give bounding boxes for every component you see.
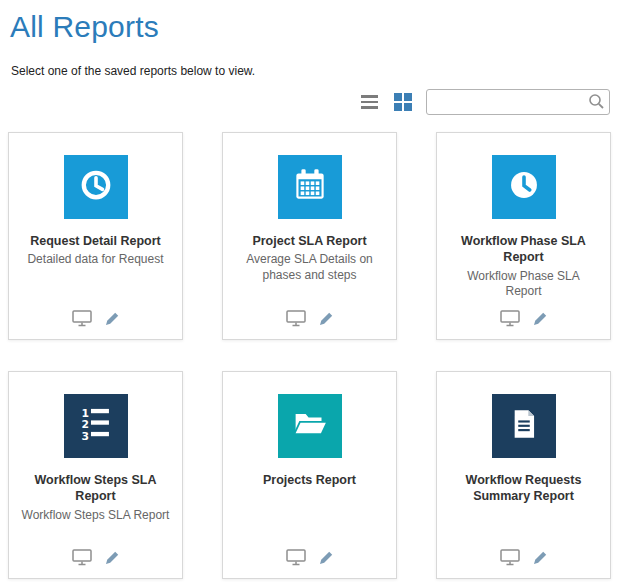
report-card-grid: Request Detail Report Detailed data for … — [0, 120, 628, 579]
card-actions — [223, 549, 396, 566]
card-title: Workflow Requests Summary Report — [447, 472, 600, 505]
clock-icon — [501, 162, 547, 212]
card-actions — [9, 310, 182, 327]
report-tile: 1 2 3 — [64, 394, 128, 458]
edit-report-pencil-icon[interactable] — [532, 311, 548, 327]
card-actions — [437, 310, 610, 327]
edit-report-pencil-icon[interactable] — [532, 550, 548, 566]
card-subtitle: Workflow Phase SLA Report — [449, 269, 598, 300]
view-report-monitor-icon[interactable] — [72, 310, 92, 327]
report-card-workflow-requests-summary[interactable]: Workflow Requests Summary Report — [436, 371, 611, 579]
grid-view-icon[interactable] — [392, 91, 414, 113]
view-report-monitor-icon[interactable] — [500, 549, 520, 566]
search-icon[interactable] — [588, 93, 605, 114]
report-card-request-detail[interactable]: Request Detail Report Detailed data for … — [8, 132, 183, 340]
clock-icon — [73, 162, 119, 212]
card-actions — [223, 310, 396, 327]
list-view-icon[interactable] — [359, 93, 380, 111]
report-tile — [64, 155, 128, 219]
card-subtitle: Average SLA Details on phases and steps — [235, 252, 384, 283]
report-tile — [492, 155, 556, 219]
card-subtitle: Detailed data for Request — [21, 252, 170, 268]
edit-report-pencil-icon[interactable] — [104, 550, 120, 566]
report-card-workflow-phase-sla[interactable]: Workflow Phase SLA Report Workflow Phase… — [436, 132, 611, 340]
svg-text:3: 3 — [81, 430, 89, 443]
report-card-project-sla[interactable]: Project SLA Report Average SLA Details o… — [222, 132, 397, 340]
search-box — [426, 89, 610, 115]
report-tile — [278, 394, 342, 458]
edit-report-pencil-icon[interactable] — [318, 550, 334, 566]
search-input[interactable] — [426, 89, 610, 115]
card-actions — [437, 549, 610, 566]
report-tile — [492, 394, 556, 458]
numbered-list-icon: 1 2 3 — [73, 401, 119, 451]
card-title: Project SLA Report — [233, 233, 386, 249]
view-report-monitor-icon[interactable] — [286, 310, 306, 327]
report-card-projects[interactable]: Projects Report — [222, 371, 397, 579]
card-actions — [9, 549, 182, 566]
document-icon — [501, 401, 547, 451]
card-title: Request Detail Report — [19, 233, 172, 249]
view-report-monitor-icon[interactable] — [72, 549, 92, 566]
report-tile — [278, 155, 342, 219]
card-title: Workflow Phase SLA Report — [447, 233, 600, 266]
page-header: All Reports Select one of the saved repo… — [0, 0, 628, 78]
edit-report-pencil-icon[interactable] — [318, 311, 334, 327]
open-folder-icon — [287, 401, 333, 451]
card-subtitle: Workflow Steps SLA Report — [21, 508, 170, 524]
view-report-monitor-icon[interactable] — [286, 549, 306, 566]
calendar-icon — [287, 162, 333, 212]
page-title: All Reports — [10, 10, 618, 44]
page-subtitle: Select one of the saved reports below to… — [11, 64, 618, 78]
view-report-monitor-icon[interactable] — [500, 310, 520, 327]
card-title: Projects Report — [233, 472, 386, 488]
card-title: Workflow Steps SLA Report — [19, 472, 172, 505]
edit-report-pencil-icon[interactable] — [104, 311, 120, 327]
view-toolbar — [0, 88, 610, 116]
report-card-workflow-steps-sla[interactable]: 1 2 3 Workflow Steps SLA Report Workflow… — [8, 371, 183, 579]
